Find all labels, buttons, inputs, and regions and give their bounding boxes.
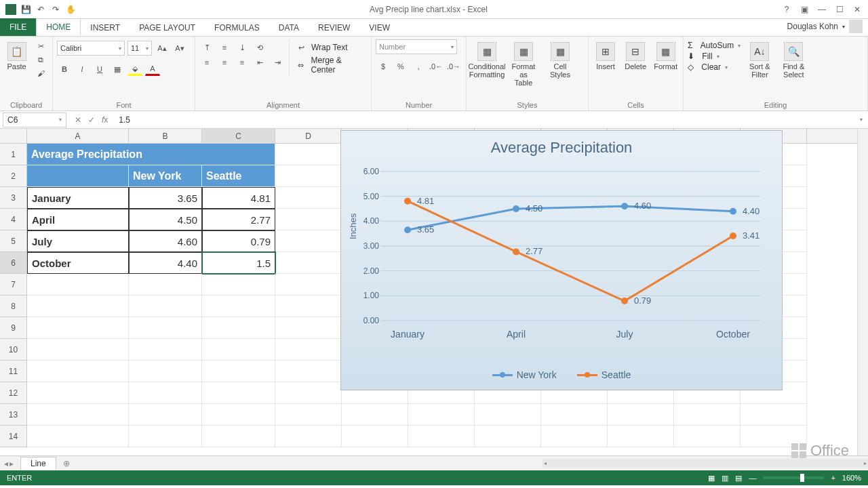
chart-title[interactable]: Average Precipitation (341, 131, 782, 161)
zoom-out-icon[interactable]: — (749, 474, 756, 482)
align-bottom-icon[interactable]: ⤓ (235, 41, 250, 54)
status-mode: ENTER (7, 474, 32, 482)
help-icon[interactable]: ? (778, 3, 795, 16)
group-clipboard: 📋Paste ✂ ⧉ 🖌 Clipboard (0, 37, 53, 110)
border-button[interactable]: ▦ (110, 62, 125, 76)
decrease-font-icon[interactable]: A▾ (172, 41, 187, 55)
worksheet-grid[interactable]: ABCDEFGHIJK 1234567891011121314 Average … (0, 129, 868, 455)
font-name-combo[interactable]: Calibri▾ (57, 41, 125, 56)
align-center-icon[interactable]: ≡ (217, 56, 232, 69)
increase-font-icon[interactable]: A▴ (155, 41, 170, 55)
save-icon[interactable]: 💾 (20, 4, 31, 15)
decrease-decimal-icon[interactable]: .0→ (446, 60, 461, 73)
group-styles: ▦Conditional Formatting ▦Format as Table… (467, 37, 589, 110)
wrap-text-button[interactable]: ↩Wrap Text (294, 41, 367, 54)
sheet-nav-prev-icon[interactable]: ◂ (4, 459, 8, 468)
find-select-button[interactable]: 🔍Find & Select (778, 39, 808, 81)
sheet-nav-next-icon[interactable]: ▸ (9, 459, 14, 468)
sort-filter-button[interactable]: A↓Sort & Filter (745, 39, 774, 81)
comma-icon[interactable]: , (411, 60, 426, 73)
underline-button[interactable]: U (92, 62, 107, 76)
fx-icon[interactable]: fx (102, 115, 108, 125)
redo-icon[interactable]: ↷ (50, 4, 61, 15)
view-page-layout-icon[interactable]: ▥ (722, 474, 728, 483)
copy-icon[interactable]: ⧉ (33, 53, 48, 66)
currency-icon[interactable]: $ (376, 60, 391, 73)
cell-styles-button[interactable]: ▦Cell Styles (544, 39, 576, 81)
tab-review[interactable]: REVIEW (309, 20, 359, 36)
tab-data[interactable]: DATA (269, 20, 309, 36)
increase-decimal-icon[interactable]: .0← (429, 60, 443, 73)
sheet-tab-line[interactable]: Line (20, 457, 56, 470)
view-normal-icon[interactable]: ▦ (708, 474, 715, 483)
select-all-corner[interactable] (0, 129, 27, 144)
chart-y-axis-label[interactable]: Inches (348, 214, 358, 239)
svg-point-11 (621, 203, 628, 209)
svg-text:4.50: 4.50 (526, 203, 542, 214)
cancel-edit-icon[interactable]: ✕ (75, 115, 81, 125)
bold-button[interactable]: B (57, 62, 72, 76)
align-middle-icon[interactable]: ≡ (217, 41, 232, 54)
zoom-in-icon[interactable]: + (831, 474, 835, 482)
align-right-icon[interactable]: ≡ (235, 56, 250, 69)
legend-entry-seattle[interactable]: Seattle (577, 369, 631, 380)
align-top-icon[interactable]: ⤒ (199, 41, 214, 54)
vertical-scrollbar[interactable] (857, 129, 868, 455)
format-as-table-button[interactable]: ▦Format as Table (507, 39, 540, 89)
tab-insert[interactable]: INSERT (81, 20, 130, 36)
font-size-combo[interactable]: 11▾ (127, 41, 152, 56)
svg-text:0.79: 0.79 (634, 296, 651, 306)
legend-entry-new-york[interactable]: New York (492, 369, 557, 380)
user-account[interactable]: Douglas Kohn ▾ (782, 17, 868, 36)
horizontal-scrollbar[interactable]: ◂▸ (542, 459, 868, 468)
formula-input[interactable]: 1.5 (113, 115, 854, 125)
chart-object[interactable]: Average Precipitation Inches 0.001.002.0… (340, 130, 783, 390)
formula-expand-icon[interactable]: ▾ (854, 117, 868, 123)
tab-file[interactable]: FILE (0, 18, 36, 36)
chart-legend[interactable]: New York Seattle (341, 369, 782, 380)
orientation-icon[interactable]: ⟲ (252, 41, 267, 54)
tab-page-layout[interactable]: PAGE LAYOUT (130, 20, 205, 36)
tab-view[interactable]: VIEW (359, 20, 399, 36)
autosum-button[interactable]: Σ AutoSum ▾ (688, 41, 741, 50)
name-box[interactable]: C6▾ (3, 113, 66, 127)
increase-indent-icon[interactable]: ⇥ (270, 56, 285, 69)
chart-plot-area[interactable]: 3.654.504.604.404.812.770.793.41 (380, 171, 760, 321)
format-painter-icon[interactable]: 🖌 (33, 66, 48, 80)
fill-color-button[interactable]: ⬙ (127, 62, 142, 76)
window-title: Avg Precip line chart.xlsx - Excel (81, 5, 776, 14)
maximize-icon[interactable]: ☐ (831, 3, 848, 16)
format-cells-button[interactable]: ▦Format (652, 39, 679, 73)
confirm-edit-icon[interactable]: ✓ (88, 115, 95, 125)
italic-button[interactable]: I (75, 62, 90, 76)
touch-mode-icon[interactable]: ✋ (65, 4, 76, 15)
view-page-break-icon[interactable]: ▤ (735, 474, 742, 483)
ribbon-options-icon[interactable]: ▣ (796, 3, 812, 16)
minimize-icon[interactable]: — (814, 3, 830, 16)
decrease-indent-icon[interactable]: ⇤ (252, 56, 267, 69)
merge-center-button[interactable]: ⇔Merge & Center (294, 56, 367, 75)
row-headers[interactable]: 1234567891011121314 (0, 144, 27, 447)
status-bar: ENTER ▦ ▥ ▤ — + 160% (0, 470, 868, 485)
close-icon[interactable]: ✕ (849, 3, 865, 16)
number-format-combo[interactable]: Number▾ (376, 39, 457, 54)
font-color-button[interactable]: A (145, 62, 160, 76)
percent-icon[interactable]: % (393, 60, 408, 73)
svg-point-15 (404, 198, 411, 205)
tab-home[interactable]: HOME (36, 18, 81, 36)
cut-icon[interactable]: ✂ (33, 39, 48, 53)
svg-point-7 (404, 226, 411, 233)
add-sheet-icon[interactable]: ⊕ (56, 459, 77, 468)
svg-text:3.41: 3.41 (743, 230, 760, 241)
zoom-level[interactable]: 160% (842, 474, 861, 482)
tab-formulas[interactable]: FORMULAS (205, 20, 269, 36)
undo-icon[interactable]: ↶ (35, 4, 46, 15)
zoom-slider[interactable] (763, 476, 824, 479)
insert-cells-button[interactable]: ⊞Insert (593, 39, 618, 73)
align-left-icon[interactable]: ≡ (199, 56, 214, 69)
fill-button[interactable]: ⬇ Fill ▾ (688, 52, 741, 61)
clear-button[interactable]: ◇ Clear ▾ (688, 62, 741, 72)
delete-cells-button[interactable]: ⊟Delete (623, 39, 648, 73)
paste-button[interactable]: 📋Paste (4, 39, 29, 73)
conditional-formatting-button[interactable]: ▦Conditional Formatting (471, 39, 503, 81)
